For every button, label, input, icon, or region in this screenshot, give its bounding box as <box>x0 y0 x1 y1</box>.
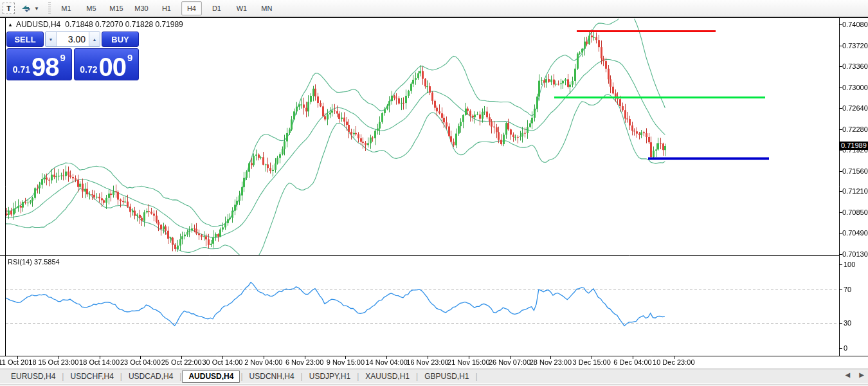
chart-tab-audusd[interactable]: AUDUSD,H4 <box>182 370 240 383</box>
tab-separator: | <box>416 372 418 381</box>
timeframe-group: M1M5M15M30H1H4D1W1MN <box>56 1 277 15</box>
buy-price-pips: 00 <box>98 57 126 77</box>
collapse-triangle-icon[interactable]: ▲ <box>8 22 13 28</box>
timeframe-button-h4[interactable]: H4 <box>181 1 202 15</box>
chart-tab-usdcad[interactable]: USDCAD,H4 <box>123 371 179 382</box>
chart-tab-usdchf[interactable]: USDCHF,H4 <box>64 371 119 382</box>
rsi-indicator-label: RSI(14) 37.5854 <box>8 258 60 266</box>
chart-title: ▲AUDUSD,H40.71848 0.72070 0.71828 0.7198… <box>8 20 183 29</box>
timeframe-button-m5[interactable]: M5 <box>81 1 102 15</box>
tab-separator: | <box>240 372 242 381</box>
timeframe-button-m15[interactable]: M15 <box>106 1 127 15</box>
timeframe-button-h1[interactable]: H1 <box>156 1 177 15</box>
timeframe-button-m30[interactable]: M30 <box>131 1 152 15</box>
text-tool-button[interactable]: T <box>3 3 15 14</box>
arrows-tool-button[interactable]: ▼ <box>20 4 39 14</box>
symbol-period-label: AUDUSD,H4 <box>16 20 60 29</box>
ohlc-values: 0.71848 0.72070 0.71828 0.71989 <box>65 20 183 29</box>
chart-tab-usdjpy[interactable]: USDJPY,H1 <box>303 371 356 382</box>
tab-separator: | <box>120 372 122 381</box>
tab-separator: | <box>301 372 303 381</box>
chevron-down-icon[interactable]: ▼ <box>34 6 39 12</box>
timeframe-button-mn[interactable]: MN <box>257 1 277 15</box>
current-price-badge: 0.71989 <box>840 142 868 150</box>
one-click-trading-panel: SELL ▼ ▲ BUY 0.71 98 9 0.72 00 9 <box>6 32 139 80</box>
chart-tab-xauusd[interactable]: XAUUSD,H1 <box>359 371 415 382</box>
tab-separator: | <box>179 372 181 381</box>
timeframe-button-d1[interactable]: D1 <box>206 1 227 15</box>
toolbar-separator <box>48 2 51 15</box>
volume-increase-button[interactable]: ▲ <box>89 32 100 46</box>
chart-tab-eurusd[interactable]: EURUSD,H4 <box>5 371 61 382</box>
timeframe-button-w1[interactable]: W1 <box>231 1 252 15</box>
timeframe-button-m1[interactable]: M1 <box>56 1 77 15</box>
buy-price-point: 9 <box>127 52 132 63</box>
volume-spinner: ▼ ▲ <box>45 32 100 47</box>
sell-price-display[interactable]: 0.71 98 9 <box>6 48 72 80</box>
buy-button[interactable]: BUY <box>102 32 139 47</box>
tab-separator: | <box>476 372 478 381</box>
buy-price-display[interactable]: 0.72 00 9 <box>74 48 140 80</box>
top-toolbar: T ▼ M1M5M15M30H1H4D1W1MN <box>0 0 868 18</box>
chart-tab-usdcnh[interactable]: USDCNH,H4 <box>244 371 300 382</box>
sell-button[interactable]: SELL <box>6 32 44 47</box>
buy-price-prefix: 0.72 <box>80 64 97 75</box>
tab-scroll-arrows: ◀ ▶ <box>845 371 864 378</box>
volume-input[interactable] <box>57 32 89 46</box>
tab-separator: | <box>62 372 64 381</box>
tab-separator: | <box>357 372 359 381</box>
sell-price-pips: 98 <box>32 57 59 77</box>
tab-scroll-left-icon[interactable]: ◀ <box>845 371 851 378</box>
chart-tab-gbpusd[interactable]: GBPUSD,H1 <box>419 371 475 382</box>
arrows-icon <box>20 4 32 14</box>
volume-decrease-button[interactable]: ▼ <box>46 32 57 46</box>
chart-tabs-bar: EURUSD,H4|USDCHF,H4|USDCAD,H4|AUDUSD,H4|… <box>0 369 868 383</box>
sell-price-prefix: 0.71 <box>13 64 30 75</box>
tab-scroll-right-icon[interactable]: ▶ <box>859 371 864 378</box>
sell-price-point: 9 <box>60 52 65 63</box>
